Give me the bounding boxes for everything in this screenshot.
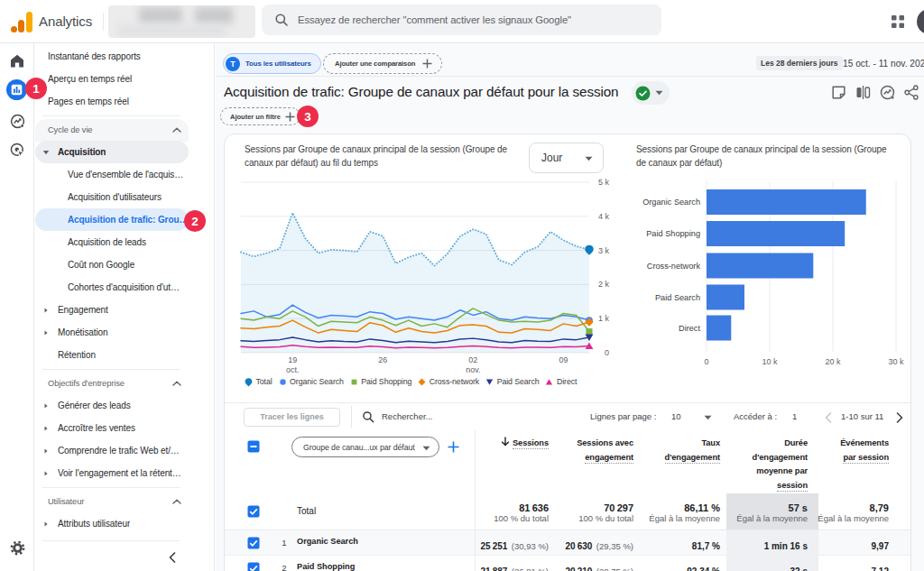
sidebar-item[interactable]: Acquisition de leads bbox=[34, 231, 214, 253]
sidebar-item[interactable]: Accroître les ventes bbox=[34, 417, 214, 439]
barchart-title: Sessions par Groupe de canaux principal … bbox=[636, 143, 907, 170]
all-users-chip-label: Tous les utilisateurs bbox=[245, 60, 311, 68]
global-search-input[interactable]: Essayez de rechercher "comment activer l… bbox=[262, 5, 661, 35]
sidebar-item[interactable]: Acquisition bbox=[34, 141, 214, 163]
sidebar-item[interactable]: Comprendre le trafic Web et/… bbox=[34, 439, 214, 462]
add-comparison-chip[interactable]: Ajouter une comparaison bbox=[323, 53, 442, 74]
legend-item[interactable]: Paid Shopping bbox=[350, 377, 411, 387]
sidebar-item[interactable]: Attributs utilisateur bbox=[34, 512, 214, 535]
dimension-selector[interactable]: Groupe de canau...ux par défaut) bbox=[291, 437, 439, 457]
sidebar-item[interactable]: Rétention bbox=[34, 344, 214, 366]
row-value: 20 630 (29,35 %) bbox=[566, 537, 633, 553]
collapse-arrow-icon bbox=[42, 150, 50, 155]
go-to-page-label: Accéder à : bbox=[734, 403, 777, 430]
column-header[interactable]: Sessions bbox=[501, 437, 549, 451]
date-range-picker[interactable]: 15 oct. - 11 nov. 2025 bbox=[843, 53, 924, 74]
legend-item[interactable]: Paid Search bbox=[485, 377, 539, 387]
sessions-line-chart: 01 k2 k3 k4 k5 k19oct.2602nov.09 bbox=[225, 175, 633, 374]
share-icon[interactable] bbox=[904, 85, 919, 100]
row-checkbox[interactable] bbox=[247, 505, 260, 518]
granularity-select[interactable]: Jour bbox=[529, 143, 604, 173]
table-toolbar: Tracer les lignes Rechercher... Lignes p… bbox=[225, 403, 910, 430]
legend-item[interactable]: Organic Search bbox=[279, 377, 344, 387]
sidebar-item[interactable]: Pages en temps réel bbox=[34, 90, 214, 113]
caret-down-icon[interactable] bbox=[704, 415, 712, 420]
go-to-page-input[interactable]: 1 bbox=[792, 403, 797, 430]
legend-item[interactable]: Cross-network bbox=[418, 377, 479, 387]
explore-icon[interactable] bbox=[0, 114, 34, 129]
annotation-badge-2: 2 bbox=[184, 210, 206, 232]
apps-grid-icon[interactable] bbox=[892, 15, 904, 28]
legend-label: Paid Shopping bbox=[361, 377, 411, 386]
select-all-checkbox[interactable] bbox=[247, 440, 260, 453]
sidebar-item[interactable]: Coût non Google bbox=[34, 253, 214, 276]
legend-marker-circle bbox=[279, 377, 287, 387]
column-header[interactable]: Tauxd'engagement bbox=[665, 437, 720, 465]
sidebar-item[interactable]: Générer des leads bbox=[34, 394, 214, 417]
chevron-up-icon[interactable] bbox=[172, 499, 181, 504]
toolbar-divider bbox=[351, 406, 352, 428]
sidebar-item[interactable]: Monétisation bbox=[34, 321, 214, 344]
legend-item[interactable]: Direct bbox=[545, 377, 577, 387]
svg-text:19: 19 bbox=[288, 355, 297, 364]
table-search-input[interactable]: Rechercher... bbox=[382, 403, 433, 430]
add-dimension-icon[interactable] bbox=[448, 441, 459, 453]
legend-item[interactable]: Total bbox=[245, 377, 273, 387]
column-header[interactable]: Événementspar session bbox=[840, 437, 889, 465]
nav-section-header[interactable]: Cycle de vie bbox=[34, 119, 214, 141]
table-row[interactable]: 1Organic Search25 251 (30,93 %)20 630 (2… bbox=[225, 530, 910, 556]
row-checkbox[interactable] bbox=[247, 537, 260, 549]
linechart-title: Sessions par Groupe de canaux principal … bbox=[245, 143, 507, 170]
all-users-comparison-chip[interactable]: T Tous les utilisateurs bbox=[223, 53, 321, 74]
sidebar-item[interactable]: Engagement bbox=[34, 299, 214, 321]
table-body: Total81 636100 % du total70 297100 % du … bbox=[225, 493, 910, 571]
row-index: 1 bbox=[277, 538, 291, 548]
add-filter-chip[interactable]: Ajouter un filtre bbox=[220, 107, 300, 125]
sidebar-item[interactable]: Voir l'engagement et la rétent… bbox=[34, 462, 214, 484]
account-selector-blurred[interactable] bbox=[108, 5, 255, 38]
column-divider bbox=[475, 493, 476, 530]
column-divider bbox=[475, 530, 476, 555]
table-row[interactable]: 2Paid Shopping21 887 (26,81 %)20 210 (28… bbox=[225, 556, 910, 571]
chevron-left-icon[interactable] bbox=[825, 412, 832, 423]
comparison-chips-row: T Tous les utilisateurs Ajouter une comp… bbox=[216, 43, 924, 76]
sidebar-item[interactable]: Aperçu en temps réel bbox=[34, 68, 214, 90]
data-quality-badge[interactable] bbox=[632, 81, 670, 105]
google-analytics-logo-icon bbox=[9, 9, 34, 34]
chevron-up-icon[interactable] bbox=[172, 381, 181, 386]
row-value: 1 min 16 s bbox=[764, 537, 808, 553]
chevron-right-icon[interactable] bbox=[896, 412, 903, 423]
row-channel: Organic Search bbox=[297, 537, 358, 546]
svg-text:30 k: 30 k bbox=[888, 357, 904, 366]
legend-label: Paid Search bbox=[497, 377, 540, 386]
nav-section-header[interactable]: Objectifs d'entreprise bbox=[34, 373, 214, 394]
svg-text:09: 09 bbox=[559, 355, 568, 364]
sidebar-item[interactable]: Vue d'ensemble de l'acquis… bbox=[34, 163, 214, 186]
column-header[interactable]: Duréed'engagementmoyenne parsession bbox=[753, 437, 808, 493]
top-app-bar: Analytics Essayez de rechercher "comment… bbox=[0, 0, 924, 43]
advertising-icon[interactable] bbox=[0, 143, 34, 158]
insights-icon[interactable] bbox=[880, 85, 895, 100]
legend-marker-triangle-up bbox=[545, 377, 553, 387]
column-header[interactable]: Sessions avecengagement bbox=[577, 437, 633, 465]
chevron-left-icon[interactable] bbox=[167, 551, 178, 564]
sidebar-item[interactable]: Instantané des rapports bbox=[34, 45, 214, 68]
sidebar-item[interactable]: Acquisition d'utilisateurs bbox=[34, 186, 214, 208]
blurred-text-block bbox=[139, 7, 182, 23]
chevron-up-icon[interactable] bbox=[172, 127, 181, 133]
reports-icon[interactable] bbox=[6, 79, 27, 100]
settings-gear-icon[interactable] bbox=[0, 540, 34, 556]
plot-rows-button[interactable]: Tracer les lignes bbox=[244, 408, 340, 427]
expand-arrow-icon bbox=[42, 426, 50, 431]
compare-reports-icon[interactable] bbox=[855, 85, 871, 100]
row-value: 92,34 % bbox=[687, 562, 720, 571]
nav-section-header[interactable]: Utilisateur bbox=[34, 491, 214, 512]
legend-marker-pin bbox=[245, 377, 253, 387]
row-checkbox[interactable] bbox=[247, 562, 260, 571]
rows-per-page-select[interactable]: 10 bbox=[671, 403, 681, 430]
note-icon[interactable] bbox=[831, 85, 846, 100]
home-icon[interactable] bbox=[0, 54, 34, 68]
pagination-range: 1-10 sur 11 bbox=[841, 403, 883, 430]
sidebar-item[interactable]: Cohortes d'acquisition d'ut… bbox=[34, 276, 214, 299]
user-avatar[interactable] bbox=[917, 9, 924, 34]
